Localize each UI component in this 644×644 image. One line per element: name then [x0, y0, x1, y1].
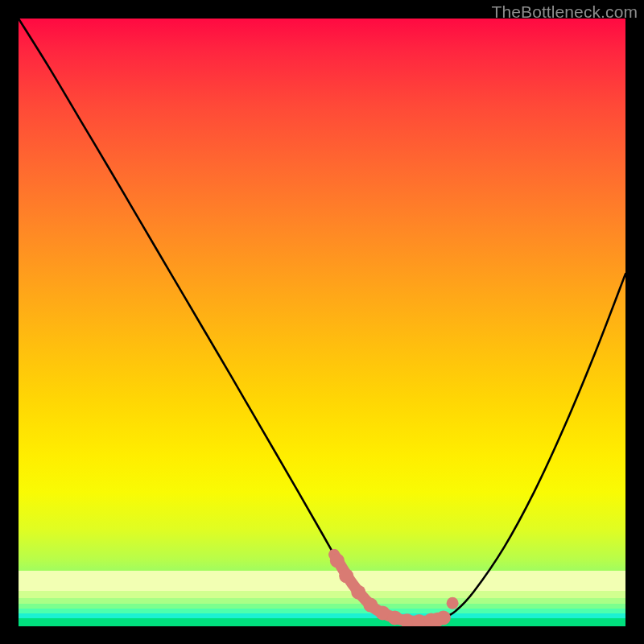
highlight-marker-extra	[447, 597, 459, 609]
curve-svg	[19, 19, 625, 626]
highlight-marker	[351, 585, 365, 600]
highlight-marker	[436, 610, 451, 625]
watermark-text: TheBottleneck.com	[492, 2, 638, 22]
highlight-marker	[363, 598, 378, 613]
highlight-marker	[330, 553, 345, 568]
bottleneck-curve	[19, 19, 625, 621]
chart-frame: TheBottleneck.com	[0, 0, 644, 644]
highlight-marker	[387, 610, 402, 625]
plot-area	[19, 19, 625, 626]
highlight-marker	[339, 568, 353, 583]
